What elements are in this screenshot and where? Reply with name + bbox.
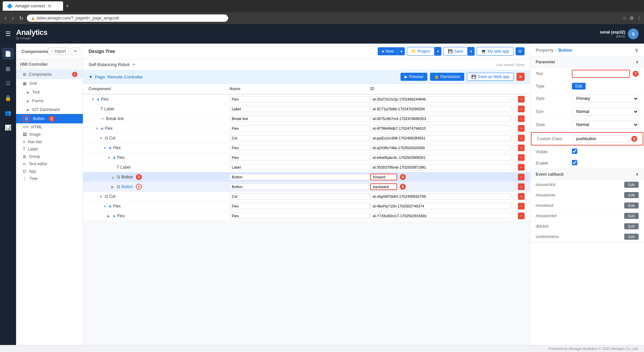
property-toggle[interactable]: ∨ xyxy=(635,47,639,53)
style-select[interactable]: Primary Secondary Success Danger Warning xyxy=(572,95,639,103)
forward-btn[interactable]: › xyxy=(10,14,15,22)
id-input[interactable] xyxy=(370,96,511,102)
remove-btn[interactable]: − xyxy=(518,213,525,219)
name-input[interactable] xyxy=(229,106,370,112)
myweb-btn[interactable]: 💻 My web app xyxy=(477,47,514,56)
remove-btn[interactable]: − xyxy=(518,203,525,210)
visible-checkbox[interactable] xyxy=(572,149,577,154)
row-arrow[interactable]: ▼ xyxy=(103,204,107,208)
id-input-forward[interactable] xyxy=(370,174,397,180)
row-arrow[interactable]: ▼ xyxy=(99,136,103,140)
comp-item-navbar[interactable]: ≡ Nav bar xyxy=(16,138,83,145)
id-input[interactable] xyxy=(370,125,511,131)
row-arrow[interactable]: ▶ xyxy=(107,214,111,218)
size-select[interactable]: Normal Small Large xyxy=(572,108,639,116)
sidebar-item-page[interactable]: 📄 xyxy=(2,48,14,60)
name-input[interactable] xyxy=(229,155,370,161)
project-btn[interactable]: 📁 Project xyxy=(407,47,434,56)
edit-project-icon[interactable]: ✏ xyxy=(132,62,136,67)
address-bar[interactable]: 🔒 bidev.aimagin.com/?_pageId=_page_amgcn… xyxy=(27,14,228,22)
id-input[interactable] xyxy=(370,106,511,112)
text-input[interactable] xyxy=(572,70,630,78)
preview-btn[interactable]: ▶ Preview xyxy=(400,73,427,81)
id-input[interactable] xyxy=(370,164,511,170)
mouseenter-edit-btn[interactable]: Edit xyxy=(624,213,639,219)
row-arrow[interactable]: ▼ xyxy=(95,127,99,130)
sidebar-item-users[interactable]: 👥 xyxy=(2,107,14,119)
comp-item-tree[interactable]: ⋮ Tree xyxy=(16,175,83,182)
comp-item-texteditor[interactable]: ✏ Text editor xyxy=(16,160,83,168)
settings-btn[interactable]: ⚙ xyxy=(516,47,525,55)
custom-class-input[interactable]: pushbutton xyxy=(573,135,629,142)
back-btn[interactable]: ‹ xyxy=(3,14,8,22)
bookmarks-icon[interactable]: ☆ xyxy=(623,15,627,21)
comp-item-button[interactable]: ⊡ Button 2 xyxy=(16,114,83,123)
name-input[interactable] xyxy=(229,135,370,141)
id-input[interactable] xyxy=(370,116,511,122)
name-input[interactable] xyxy=(229,145,370,151)
mouseover-edit-btn[interactable]: Edit xyxy=(624,192,639,198)
id-input[interactable] xyxy=(370,213,511,219)
remove-btn[interactable]: − xyxy=(518,96,525,103)
section-grid[interactable]: ▦ Grid xyxy=(16,79,83,88)
remove-btn[interactable]: − xyxy=(518,154,525,161)
remove-btn[interactable]: − xyxy=(518,106,525,112)
enable-checkbox[interactable] xyxy=(572,160,577,165)
sidebar-item-lock[interactable]: 🔒 xyxy=(2,92,14,104)
dblclick-edit-btn[interactable]: Edit xyxy=(624,223,639,229)
row-arrow[interactable]: ▼ xyxy=(99,195,103,198)
comp-item-label[interactable]: T Label xyxy=(16,145,83,153)
id-input-backward[interactable] xyxy=(370,183,397,190)
id-input[interactable] xyxy=(370,203,511,209)
permission-btn[interactable]: 🔒 Permission xyxy=(430,73,464,81)
sidebar-item-list[interactable]: ☰ xyxy=(2,77,14,89)
sidebar-item-reports[interactable]: 📊 xyxy=(2,121,14,133)
name-input[interactable] xyxy=(229,96,370,102)
new-dropdown-btn[interactable]: ▾ xyxy=(398,47,405,55)
row-arrow[interactable]: ▶ xyxy=(111,185,115,189)
new-btn[interactable]: ● New xyxy=(378,47,397,55)
save-web-btn[interactable]: 💾 Save as Web app xyxy=(467,73,514,81)
name-input[interactable] xyxy=(229,193,370,199)
browser-tab[interactable]: 🔷 Aimagin connect ✕ xyxy=(3,1,63,11)
user-avatar[interactable]: S xyxy=(628,28,639,39)
remove-btn[interactable]: − xyxy=(518,115,525,122)
comp-item-image[interactable]: 🖼 Image xyxy=(16,131,83,138)
row-arrow[interactable]: ▼ xyxy=(91,98,95,101)
comp-item-app[interactable]: ⊡ App xyxy=(16,168,83,175)
save-btn[interactable]: 💾 Save xyxy=(443,47,468,56)
remove-btn[interactable]: − xyxy=(518,193,525,200)
comp-item-html[interactable]: </> HTML xyxy=(16,123,83,131)
import-btn[interactable]: ↑ Import xyxy=(48,48,69,55)
state-select[interactable]: Normal Active Disabled xyxy=(572,121,639,129)
button-link[interactable]: Button xyxy=(121,184,133,189)
reload-btn[interactable]: ↻ xyxy=(17,14,25,22)
id-input[interactable] xyxy=(370,155,511,161)
id-input[interactable] xyxy=(370,135,511,141)
comp-item-group[interactable]: ⊞ Group xyxy=(16,153,83,160)
new-tab-btn[interactable]: + xyxy=(66,3,69,9)
subsection-tool[interactable]: ▶ Tool xyxy=(16,88,83,97)
type-edit-btn[interactable]: Edit xyxy=(572,83,586,90)
project-dropdown-btn[interactable]: ▾ xyxy=(434,47,441,56)
extensions-icon[interactable]: ⚙ xyxy=(630,15,634,21)
row-arrow[interactable]: ▼ xyxy=(103,146,107,150)
subsection-iot[interactable]: ▶ IOT Dashboard xyxy=(16,105,83,114)
name-input[interactable] xyxy=(229,203,370,209)
row-arrow[interactable]: ▼ xyxy=(107,156,111,160)
remove-btn[interactable]: − xyxy=(518,125,525,132)
close-page-btn[interactable]: ✕ xyxy=(517,73,525,81)
sidebar-item-grid[interactable]: ▦ xyxy=(2,62,14,74)
name-input[interactable] xyxy=(229,213,370,219)
subsection-forms[interactable]: ▶ Forms xyxy=(16,97,83,105)
name-input[interactable] xyxy=(229,174,370,180)
remove-btn[interactable]: − xyxy=(518,174,525,180)
section-components[interactable]: ⊞ Components 1 xyxy=(16,70,83,79)
tab-close-btn[interactable]: ✕ xyxy=(48,3,52,9)
name-input[interactable] xyxy=(229,184,370,190)
id-input[interactable] xyxy=(370,145,511,151)
mouseout-edit-btn[interactable]: Edit xyxy=(624,202,639,209)
name-input[interactable] xyxy=(229,164,370,170)
menu-icon[interactable]: ⋮ xyxy=(637,15,641,21)
mouseclick-edit-btn[interactable]: Edit xyxy=(624,182,639,188)
